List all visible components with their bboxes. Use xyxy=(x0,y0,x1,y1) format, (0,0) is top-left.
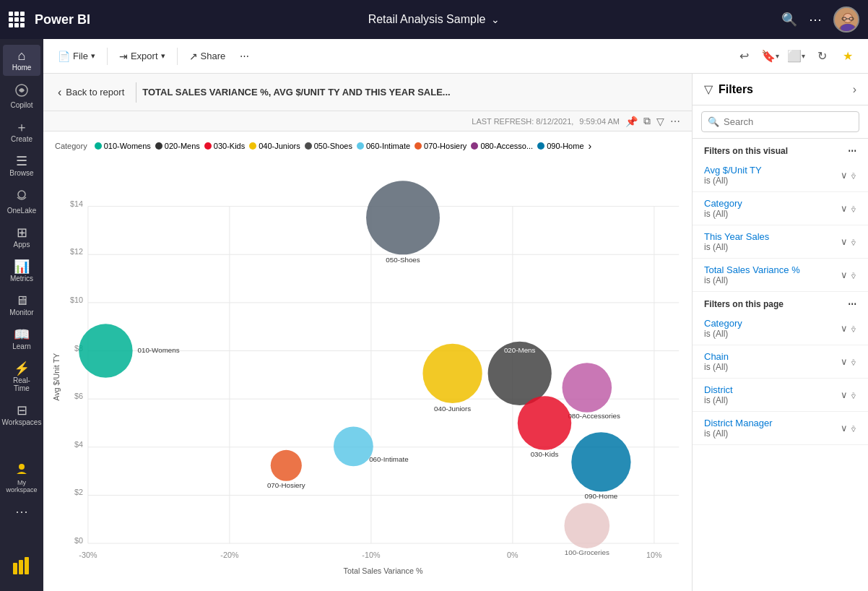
filter-name-avg[interactable]: Avg $/Unit TY xyxy=(704,165,841,176)
filter-clear-avg[interactable]: ⎀ xyxy=(851,170,856,181)
filter-search-input[interactable] xyxy=(724,116,853,127)
share-label: Share xyxy=(201,51,226,61)
title-chevron-icon[interactable]: ⌄ xyxy=(491,14,500,25)
sidebar-label-realtime: Real-Time xyxy=(6,376,38,392)
bubble-hosiery[interactable] xyxy=(271,450,302,481)
bubble-home[interactable] xyxy=(571,432,630,491)
filter-name-tsv[interactable]: Total Sales Variance % xyxy=(704,264,841,275)
visual-more-button[interactable]: ⋯ xyxy=(670,116,680,127)
sidebar-item-home[interactable]: ⌂ Home xyxy=(3,45,40,76)
filter-name-tys[interactable]: This Year Sales xyxy=(704,231,841,242)
undo-button[interactable]: ↩ xyxy=(732,45,755,68)
view-button[interactable]: ⬜▾ xyxy=(784,45,807,68)
pin-icon-button[interactable]: 📌 xyxy=(625,116,638,127)
svg-text:$10: $10 xyxy=(70,296,83,304)
report-header: ‹ Back to report TOTAL SALES VARIANCE %,… xyxy=(43,74,692,111)
filter-clear-tys[interactable]: ⎀ xyxy=(851,236,856,247)
filter-chevron-cat[interactable]: ∨ xyxy=(841,203,848,214)
filter-icon-button[interactable]: ▽ xyxy=(656,116,664,127)
bubble-intimate[interactable] xyxy=(334,426,373,466)
export-button[interactable]: ⇥ Export ▾ xyxy=(113,48,171,65)
filter-item-left-catpage: Category is (All) xyxy=(704,318,841,339)
search-topbar-icon[interactable]: 🔍 xyxy=(781,12,797,27)
apps-icon: ⊞ xyxy=(17,226,27,239)
filter-chevron-avg[interactable]: ∨ xyxy=(841,170,848,181)
filter-name-category[interactable]: Category xyxy=(704,198,841,209)
filter-clear-tsv[interactable]: ⎀ xyxy=(851,269,856,280)
filter-clear-catpage[interactable]: ⎀ xyxy=(851,323,856,334)
legend-item-accessories: 080-Accesso... xyxy=(471,142,533,150)
filter-expand-button[interactable]: › xyxy=(853,83,856,96)
svg-text:$14: $14 xyxy=(70,199,83,208)
toolbar-more-button[interactable]: ⋯ xyxy=(234,48,255,64)
filter-chevron-chain[interactable]: ∨ xyxy=(841,356,848,367)
legend-item-womens: 010-Womens xyxy=(95,142,151,150)
filter-name-dist[interactable]: District xyxy=(704,384,841,395)
bubble-shoes[interactable] xyxy=(366,181,440,254)
sidebar-item-apps[interactable]: ⊞ Apps xyxy=(3,222,40,253)
svg-text:-10%: -10% xyxy=(362,551,381,559)
more-topbar-icon[interactable]: ⋯ xyxy=(809,12,822,27)
report-header-title: TOTAL SALES VARIANCE %, AVG $/UNIT TY AN… xyxy=(142,87,450,98)
filter-clear-dm[interactable]: ⎀ xyxy=(851,423,856,433)
filter-chevron-dist[interactable]: ∨ xyxy=(841,389,848,400)
filter-clear-chain[interactable]: ⎀ xyxy=(851,356,856,367)
filter-actions-catpage: ∨ ⎀ xyxy=(841,323,856,334)
toolbar-right: ↩ 🔖▾ ⬜▾ ↻ ★ xyxy=(732,45,859,68)
user-avatar[interactable] xyxy=(833,7,859,33)
bubble-juniors[interactable] xyxy=(422,344,482,403)
sidebar-item-onelake[interactable]: OneLake xyxy=(3,184,40,219)
apps-grid-icon[interactable] xyxy=(9,12,25,27)
back-to-report-button[interactable]: ‹ Back to report xyxy=(52,83,130,102)
sidebar-item-realtime[interactable]: ⚡ Real-Time xyxy=(3,358,40,397)
filter-chevron-dm[interactable]: ∨ xyxy=(841,423,848,433)
back-to-report-label: Back to report xyxy=(66,87,124,98)
bubble-accessories[interactable] xyxy=(563,363,612,413)
sidebar-item-monitor[interactable]: 🖥 Monitor xyxy=(3,290,40,321)
sidebar-item-create[interactable]: ＋ Create xyxy=(3,116,40,147)
home-icon: ⌂ xyxy=(18,49,26,62)
copy-visual-button[interactable]: ⧉ xyxy=(643,115,651,127)
topbar: Power BI Retail Analysis Sample ⌄ 🔍 ⋯ xyxy=(0,0,868,39)
filter-item-left-chain: Chain is (All) xyxy=(704,351,841,372)
favorite-button[interactable]: ★ xyxy=(836,45,859,68)
refresh-button[interactable]: ↻ xyxy=(810,45,833,68)
filter-chevron-catpage[interactable]: ∨ xyxy=(841,323,848,334)
topbar-actions: 🔍 ⋯ xyxy=(781,7,859,33)
share-button[interactable]: ↗ Share xyxy=(183,48,232,65)
filter-name-chain[interactable]: Chain xyxy=(704,351,841,362)
page-filters-more-icon[interactable]: ⋯ xyxy=(848,299,856,309)
sidebar-item-learn[interactable]: 📖 Learn xyxy=(3,324,40,355)
toolbar-divider-1 xyxy=(107,48,108,65)
create-icon: ＋ xyxy=(15,121,28,134)
file-button[interactable]: 📄 File ▾ xyxy=(52,48,101,65)
filter-name-dm[interactable]: District Manager xyxy=(704,418,841,428)
sidebar-item-browse[interactable]: ☰ Browse xyxy=(3,150,40,181)
svg-text:-20%: -20% xyxy=(220,551,239,559)
sidebar-item-more[interactable]: ⋯ xyxy=(3,501,40,522)
sidebar-item-myworkspace[interactable]: My workspace xyxy=(3,457,40,498)
legend-more-icon[interactable]: › xyxy=(589,140,592,152)
filter-name-catpage[interactable]: Category xyxy=(704,318,841,329)
sidebar-item-workspaces[interactable]: ⊟ Workspaces xyxy=(3,400,40,431)
chart-svg: $0 $2 $4 $6 $8 $10 $12 $14 Avg $/Unit TY xyxy=(49,155,686,585)
filter-clear-dist[interactable]: ⎀ xyxy=(851,389,856,400)
filter-funnel-icon: ▽ xyxy=(704,82,713,96)
bookmark-button[interactable]: 🔖▾ xyxy=(758,45,781,68)
filter-item-chain: Chain is (All) ∨ ⎀ xyxy=(693,345,868,379)
sidebar-item-metrics[interactable]: 📊 Metrics xyxy=(3,256,40,287)
sidebar-item-copilot[interactable]: Copilot xyxy=(3,79,40,113)
visual-filters-more-icon[interactable]: ⋯ xyxy=(848,146,856,156)
bubble-womens[interactable] xyxy=(79,324,132,377)
filter-chevron-tsv[interactable]: ∨ xyxy=(841,269,848,280)
chart-wrapper: Category 010-Womens 020-Mens 030-Kids 04… xyxy=(43,131,692,591)
filter-clear-cat[interactable]: ⎀ xyxy=(851,203,856,214)
sidebar-label-home: Home xyxy=(12,64,32,72)
page-filters-section: Filters on this page ⋯ xyxy=(693,292,868,312)
sidebar-label-workspaces: Workspaces xyxy=(2,418,42,426)
back-chevron-icon: ‹ xyxy=(58,86,61,99)
filter-value-tsv: is (All) xyxy=(704,275,841,285)
filter-chevron-tys[interactable]: ∨ xyxy=(841,236,848,247)
bubble-groceries[interactable] xyxy=(564,503,609,548)
bubble-kids[interactable] xyxy=(518,396,571,449)
